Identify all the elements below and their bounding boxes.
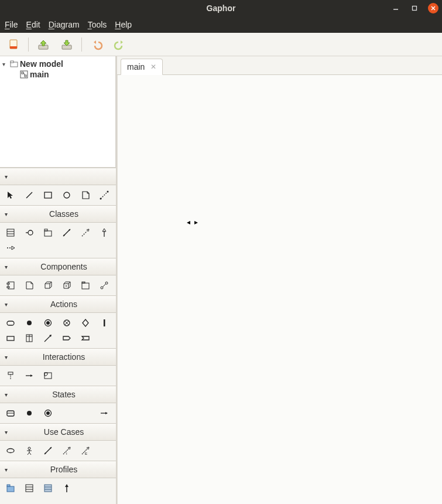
flow-final-tool[interactable] [57, 315, 76, 331]
svg-rect-1 [413, 6, 417, 11]
toolbar-separator [81, 38, 82, 52]
fork-node-tool[interactable] [95, 315, 114, 331]
menu-file[interactable]: File [5, 20, 18, 29]
initial-node-tool[interactable] [20, 315, 39, 331]
svg-rect-52 [8, 372, 13, 374]
extension-tool[interactable] [57, 481, 76, 496]
palette-header-actions[interactable]: ▾ Actions [0, 295, 116, 313]
redo-button[interactable] [110, 36, 130, 53]
palette-header-interactions[interactable]: ▾ Interactions [0, 348, 116, 366]
tree-diagram-row[interactable]: main [1, 69, 114, 80]
open-button[interactable] [33, 36, 53, 53]
svg-rect-39 [7, 321, 14, 325]
transition-tool[interactable] [95, 406, 114, 421]
palette-header-label: Profiles [12, 465, 116, 474]
include-tool[interactable]: I [57, 443, 76, 458]
box-tool[interactable] [39, 188, 57, 203]
tab-close-icon[interactable]: ✕ [150, 63, 156, 71]
node-tool[interactable] [39, 278, 57, 293]
subsystem-tool[interactable] [76, 278, 95, 293]
connector-tool[interactable] [95, 278, 114, 293]
new-button[interactable] [4, 36, 23, 53]
extend-tool[interactable]: E [76, 443, 95, 458]
send-signal-tool[interactable] [57, 331, 76, 346]
tabbar: main ✕ [117, 56, 442, 75]
package-tool[interactable] [39, 225, 57, 240]
pointer-tool[interactable] [1, 188, 20, 203]
model-tree[interactable]: ▾ New model main [0, 56, 116, 168]
undo-button[interactable] [87, 36, 107, 53]
association-tool[interactable] [57, 225, 76, 240]
object-node-tool[interactable] [1, 331, 20, 346]
palette-header-profiles[interactable]: ▾ Profiles [0, 461, 116, 478]
maximize-button[interactable] [409, 3, 420, 13]
svg-line-38 [103, 284, 106, 287]
diagram-canvas[interactable]: ◂ ▸ [117, 75, 442, 504]
actor-tool[interactable] [20, 443, 39, 458]
component-tool[interactable] [1, 278, 20, 293]
svg-point-58 [27, 411, 32, 416]
class-tool[interactable] [1, 225, 20, 240]
chevron-down-icon: ▾ [0, 391, 12, 398]
comment-tool[interactable] [76, 188, 95, 203]
partition-tool[interactable] [20, 331, 39, 346]
palette-header-usecases[interactable]: ▾ Use Cases [0, 423, 116, 441]
minimize-button[interactable] [390, 3, 401, 13]
svg-rect-75 [26, 485, 33, 492]
generalization-tool[interactable] [95, 225, 114, 240]
svg-rect-34 [82, 283, 89, 289]
svg-rect-32 [7, 287, 9, 288]
palette-header-components[interactable]: ▾ Components [0, 258, 116, 275]
close-button[interactable] [428, 3, 438, 13]
final-state-tool[interactable] [39, 406, 57, 421]
action-tool[interactable] [1, 315, 20, 331]
svg-point-42 [46, 321, 50, 325]
diagram-icon [20, 70, 28, 79]
expander-icon[interactable]: ▾ [2, 61, 8, 67]
menu-edit[interactable]: Edit [26, 20, 40, 29]
stereotype-tool[interactable] [39, 481, 57, 496]
svg-line-67 [29, 452, 31, 455]
svg-point-18 [107, 191, 109, 193]
menu-diagram[interactable]: Diagram [49, 20, 80, 29]
usecase-tool[interactable] [1, 443, 20, 458]
palette-header-label: Interactions [12, 352, 116, 362]
menu-tools[interactable]: Tools [88, 20, 107, 29]
tree-root-row[interactable]: ▾ New model [1, 59, 114, 69]
svg-rect-31 [7, 283, 9, 284]
interaction-tool[interactable] [39, 368, 57, 383]
palette-header-general[interactable]: ▾ [0, 168, 116, 185]
svg-line-66 [28, 452, 29, 455]
save-button[interactable] [57, 36, 77, 53]
palette-section-components [0, 275, 116, 295]
implementation-tool[interactable] [1, 240, 20, 256]
final-node-tool[interactable] [39, 315, 57, 331]
svg-point-17 [100, 198, 102, 200]
accept-event-tool[interactable] [76, 331, 95, 346]
dependency-tool[interactable] [76, 225, 95, 240]
palette-header-classes[interactable]: ▾ Classes [0, 205, 116, 223]
svg-point-22 [28, 230, 33, 235]
interface-tool[interactable] [20, 225, 39, 240]
metaclass-tool[interactable] [20, 481, 39, 496]
line-tool[interactable] [20, 188, 39, 203]
lifeline-tool[interactable] [1, 368, 20, 383]
palette-header-states[interactable]: ▾ States [0, 386, 116, 403]
initial-state-tool[interactable] [20, 406, 39, 421]
device-tool[interactable] [57, 278, 76, 293]
menu-help[interactable]: Help [115, 20, 132, 29]
state-tool[interactable] [1, 406, 20, 421]
message-tool[interactable] [20, 368, 39, 383]
profile-tool[interactable] [1, 481, 20, 496]
decision-node-tool[interactable] [76, 315, 95, 331]
artifact-tool[interactable] [20, 278, 39, 293]
ellipse-tool[interactable] [57, 188, 76, 203]
usecase-association-tool[interactable] [39, 443, 57, 458]
tool-palette: ▾ ▾ Classes [0, 168, 116, 504]
svg-rect-73 [7, 486, 14, 492]
titlebar: Gaphor [0, 0, 442, 16]
flow-tool[interactable] [39, 331, 57, 346]
chevron-down-icon: ▾ [0, 301, 12, 308]
tab-main[interactable]: main ✕ [121, 59, 163, 75]
comment-line-tool[interactable] [95, 188, 114, 203]
